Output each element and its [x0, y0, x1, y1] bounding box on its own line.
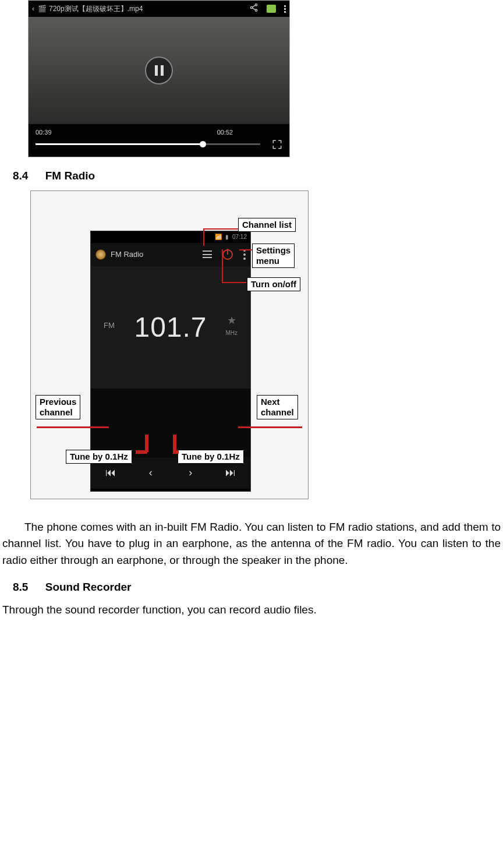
- duration-time: 00:52: [217, 128, 233, 137]
- battery-icon: ▮: [225, 232, 229, 241]
- band-label: FM: [104, 320, 115, 331]
- callout-line: [37, 426, 109, 428]
- heading-8-4: 8.4 FM Radio: [13, 168, 501, 185]
- callout-turn-onoff: Turn on/off: [247, 277, 300, 291]
- video-frame: [29, 17, 289, 124]
- fm-radio-icon: [95, 249, 106, 260]
- tune-up-button[interactable]: ›: [183, 465, 197, 481]
- video-top-bar: ‹ 🎬 720p测试【超级破坏王】.mp4: [29, 1, 289, 17]
- callout-tune-right: Tune by 0.1Hz: [178, 450, 244, 464]
- channel-list-icon[interactable]: [203, 250, 212, 258]
- callout-next-channel: Nextchannel: [257, 395, 298, 419]
- heading-title: Sound Recorder: [45, 581, 132, 593]
- share-icon[interactable]: [249, 3, 258, 15]
- fm-radio-paragraph: The phone comes with an in-built FM Radi…: [2, 519, 501, 569]
- video-player-figure: ‹ 🎬 720p测试【超级破坏王】.mp4 00:39 00:52: [28, 0, 290, 157]
- next-channel-button[interactable]: ⏭: [224, 465, 238, 481]
- svg-line-3: [252, 5, 255, 7]
- clapper-icon: 🎬: [38, 3, 47, 14]
- overflow-menu-icon[interactable]: [284, 5, 286, 13]
- callout-line: [222, 249, 223, 283]
- heading-8-5: 8.5 Sound Recorder: [13, 579, 501, 596]
- seek-track[interactable]: [36, 143, 260, 145]
- callout-line: [203, 228, 204, 246]
- callout-line: [239, 249, 252, 250]
- phone-blank-area: [91, 389, 250, 457]
- frequency-display: FM 101.7 ★ MHz: [91, 266, 250, 389]
- seek-thumb[interactable]: [200, 141, 206, 147]
- video-title: 720p测试【超级破坏王】.mp4: [49, 3, 143, 14]
- signal-icon: 📶: [215, 232, 222, 241]
- callout-prev-channel: Previouschannel: [36, 395, 80, 419]
- frequency-unit: MHz: [225, 329, 238, 337]
- back-icon[interactable]: ‹: [32, 3, 34, 14]
- status-bar: 📶 ▮ 07:12: [91, 231, 250, 243]
- pause-button[interactable]: [145, 57, 173, 84]
- sound-recorder-paragraph: Through the sound recorder function, you…: [2, 602, 501, 619]
- svg-line-4: [252, 8, 255, 9]
- heading-title: FM Radio: [45, 170, 95, 182]
- fm-radio-figure: 📶 ▮ 07:12 FM Radio FM 101.7 ★ MHz ⏮ ‹: [30, 190, 309, 499]
- callout-settings-menu: Settingsmenu: [252, 244, 295, 268]
- tune-down-button[interactable]: ‹: [144, 465, 158, 481]
- favorite-star-icon[interactable]: ★: [225, 313, 238, 329]
- callout-line: [223, 282, 246, 283]
- fm-toolbar: FM Radio: [91, 243, 250, 266]
- video-controls-bar: 00:39 00:52: [29, 124, 289, 157]
- callout-line: [173, 435, 176, 452]
- callout-line: [238, 426, 302, 428]
- callout-line: [173, 450, 179, 454]
- prev-channel-button[interactable]: ⏮: [104, 465, 118, 481]
- fullscreen-icon[interactable]: [272, 139, 282, 150]
- callout-line: [136, 450, 147, 454]
- status-time: 07:12: [232, 232, 247, 241]
- callout-line: [145, 435, 148, 452]
- heading-number: 8.5: [13, 581, 28, 593]
- fm-app-name: FM Radio: [111, 249, 143, 260]
- callout-channel-list: Channel list: [238, 218, 296, 232]
- callout-tune-left: Tune by 0.1Hz: [66, 450, 132, 464]
- message-icon[interactable]: [267, 5, 276, 13]
- power-icon[interactable]: [222, 249, 233, 260]
- settings-menu-icon[interactable]: [243, 249, 246, 260]
- callout-line: [204, 228, 238, 230]
- frequency-value: 101.7: [134, 306, 207, 348]
- current-time: 00:39: [36, 128, 52, 137]
- heading-number: 8.4: [13, 170, 28, 182]
